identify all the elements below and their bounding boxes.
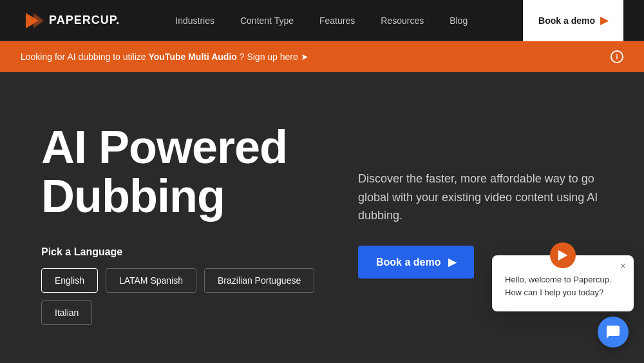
hero-title: AI Powered Dubbing — [41, 123, 319, 221]
nav-item-resources[interactable]: Resources — [370, 10, 434, 31]
hero-section: AI Powered Dubbing Pick a Language Engli… — [0, 72, 644, 363]
hero-left: AI Powered Dubbing Pick a Language Engli… — [41, 123, 319, 325]
nav-links: Industries Content Type Features Resourc… — [165, 10, 478, 31]
hero-arrow-icon: ▶ — [448, 256, 456, 268]
language-button-english[interactable]: English — [41, 268, 98, 293]
hero-book-demo-button[interactable]: Book a demo ▶ — [358, 246, 474, 279]
banner-text: Looking for AI dubbing to utilize YouTub… — [21, 52, 308, 62]
arrow-icon: ▶ — [600, 14, 608, 26]
banner-info-icon[interactable]: i — [611, 50, 623, 63]
language-selector: English LATAM Spanish Brazilian Portugue… — [41, 268, 319, 325]
language-button-brazilian-portuguese[interactable]: Brazilian Portuguese — [204, 268, 314, 293]
nav-item-content-type[interactable]: Content Type — [230, 10, 304, 31]
language-button-italian[interactable]: Italian — [41, 300, 92, 325]
nav-item-features[interactable]: Features — [309, 10, 365, 31]
navigation: PAPERCUP. Industries Content Type Featur… — [0, 0, 644, 41]
language-button-latam-spanish[interactable]: LATAM Spanish — [106, 268, 196, 293]
svg-marker-2 — [558, 250, 568, 261]
chat-popup: × Hello, welcome to Papercup. How can I … — [492, 255, 634, 311]
chat-avatar — [550, 242, 576, 268]
nav-book-demo-button[interactable]: Book a demo ▶ — [523, 0, 623, 41]
nav-item-blog[interactable]: Blog — [439, 10, 478, 31]
chat-bubble-button[interactable] — [598, 317, 629, 348]
logo[interactable]: PAPERCUP. — [21, 9, 120, 32]
hero-description: Discover the faster, more affordable way… — [358, 170, 603, 225]
pick-language-label: Pick a Language — [41, 246, 319, 258]
svg-marker-1 — [33, 13, 44, 28]
chat-popup-text: Hello, welcome to Papercup. How can I he… — [505, 273, 621, 299]
chat-close-button[interactable]: × — [620, 260, 626, 272]
logo-text: PAPERCUP. — [49, 14, 120, 27]
nav-item-industries[interactable]: Industries — [165, 10, 225, 31]
announcement-banner: Looking for AI dubbing to utilize YouTub… — [0, 41, 644, 72]
